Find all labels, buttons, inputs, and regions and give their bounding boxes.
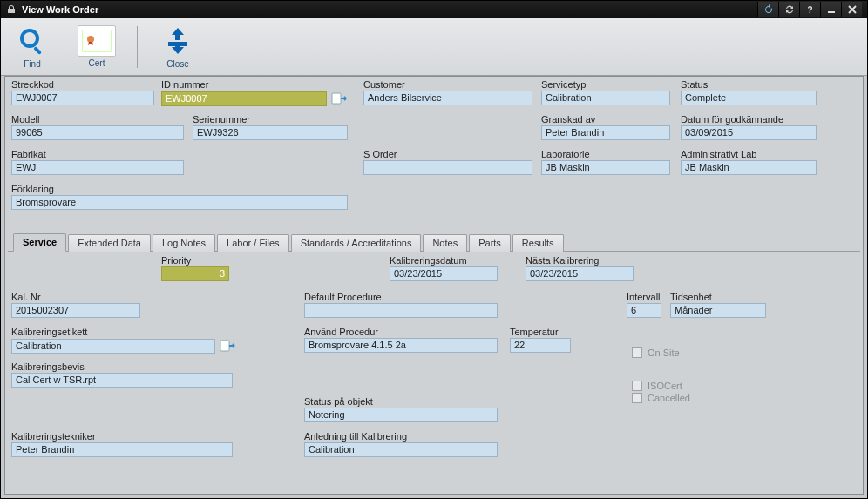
svg-point-3 bbox=[87, 36, 94, 43]
kal-bevis-label: Kalibreringsbevis bbox=[11, 361, 233, 372]
id-nummer-label: ID nummer bbox=[161, 79, 348, 90]
service-panel: Priority 3 Kalibreringsdatum 03/23/2015 … bbox=[8, 252, 860, 487]
body-area: Streckkod EWJ0007 ID nummer EWJ0007 Cust… bbox=[4, 76, 864, 495]
refresh-button[interactable] bbox=[757, 2, 778, 17]
anledning-label: Anledning till Kalibrering bbox=[304, 431, 498, 442]
status-obj-label: Status på objekt bbox=[304, 396, 498, 407]
close-label: Close bbox=[166, 59, 189, 69]
serienummer-input[interactable]: EWJ9326 bbox=[193, 125, 348, 140]
svg-point-1 bbox=[22, 30, 37, 46]
tab-results[interactable]: Results bbox=[512, 234, 564, 252]
window-title: View Work Order bbox=[22, 4, 98, 15]
kal-nr-input[interactable]: 2015002307 bbox=[11, 303, 140, 318]
checkbox-icon bbox=[632, 393, 642, 403]
cancelled-label: Cancelled bbox=[648, 393, 690, 403]
anv-procedur-input[interactable]: Bromsprovare 4.1.5 2a bbox=[304, 338, 498, 353]
id-nummer-input[interactable]: EWJ0007 bbox=[161, 91, 327, 106]
isocert-label: ISOCert bbox=[648, 381, 682, 391]
cert-icon bbox=[78, 25, 116, 57]
temperatur-label: Temperatur bbox=[510, 327, 571, 337]
nasta-kal-input[interactable]: 03/23/2015 bbox=[526, 266, 634, 281]
cancelled-checkbox[interactable]: Cancelled bbox=[632, 393, 690, 403]
s-order-input[interactable] bbox=[363, 160, 532, 175]
forklaring-input[interactable]: Bromsprovare bbox=[11, 195, 348, 210]
modell-label: Modell bbox=[11, 114, 184, 125]
help-button[interactable]: ? bbox=[799, 2, 820, 17]
toolbar: Find Cert Close bbox=[1, 18, 867, 76]
find-label: Find bbox=[24, 59, 40, 69]
tab-standards[interactable]: Standards / Accreditations bbox=[291, 234, 422, 252]
find-button[interactable]: Find bbox=[8, 24, 57, 69]
customer-input[interactable]: Anders Bilservice bbox=[363, 91, 532, 105]
intervall-label: Intervall bbox=[627, 292, 661, 302]
priority-input[interactable]: 3 bbox=[161, 266, 229, 281]
admin-lab-label: Administrativt Lab bbox=[681, 149, 817, 159]
status-input[interactable]: Complete bbox=[681, 91, 817, 105]
checkbox-icon bbox=[632, 347, 642, 358]
fabrikat-label: Fabrikat bbox=[11, 149, 184, 159]
serienummer-label: Serienummer bbox=[193, 114, 348, 125]
kal-datum-input[interactable]: 03/23/2015 bbox=[390, 266, 498, 281]
cert-button[interactable]: Cert bbox=[72, 25, 121, 68]
tab-service[interactable]: Service bbox=[13, 233, 66, 252]
anv-procedur-label: Använd Procedur bbox=[304, 327, 498, 337]
tidsenhet-input[interactable]: Månader bbox=[670, 303, 766, 318]
svg-rect-4 bbox=[168, 42, 187, 46]
tab-strip: Service Extended Data Log Notes Labor / … bbox=[8, 231, 860, 252]
kal-datum-label: Kalibreringsdatum bbox=[390, 255, 498, 266]
close-button[interactable]: Close bbox=[153, 24, 202, 69]
svg-rect-6 bbox=[220, 341, 229, 351]
close-window-button[interactable] bbox=[841, 2, 862, 17]
cert-label: Cert bbox=[89, 58, 105, 68]
priority-label: Priority bbox=[161, 255, 229, 266]
datum-godk-label: Datum för godkännande bbox=[681, 114, 817, 125]
kal-bevis-input[interactable]: Cal Cert w TSR.rpt bbox=[11, 373, 233, 388]
granskad-av-input[interactable]: Peter Brandin bbox=[541, 125, 670, 140]
admin-lab-input[interactable]: JB Maskin bbox=[681, 160, 817, 175]
checkbox-icon bbox=[632, 381, 642, 391]
s-order-label: S Order bbox=[363, 149, 532, 159]
sync-button[interactable] bbox=[778, 2, 799, 17]
customer-label: Customer bbox=[363, 79, 532, 90]
kal-etikett-open-icon[interactable] bbox=[219, 338, 236, 354]
isocert-checkbox[interactable]: ISOCert bbox=[632, 381, 690, 391]
forklaring-label: Förklaring bbox=[11, 184, 348, 194]
datum-godk-input[interactable]: 03/09/2015 bbox=[681, 125, 817, 140]
anledning-input[interactable]: Calibration bbox=[304, 442, 498, 457]
temperatur-input[interactable]: 22 bbox=[510, 338, 571, 353]
default-proc-input[interactable] bbox=[304, 303, 498, 318]
servicetyp-input[interactable]: Calibration bbox=[541, 91, 670, 105]
titlebar: View Work Order ? bbox=[1, 1, 867, 18]
status-obj-input[interactable]: Notering bbox=[304, 408, 498, 422]
tab-notes[interactable]: Notes bbox=[423, 234, 467, 252]
kal-tekniker-input[interactable]: Peter Brandin bbox=[11, 442, 233, 457]
header-fields: Streckkod EWJ0007 ID nummer EWJ0007 Cust… bbox=[8, 79, 860, 227]
kal-nr-label: Kal. Nr bbox=[11, 292, 140, 302]
servicetyp-label: Servicetyp bbox=[541, 79, 670, 90]
svg-rect-0 bbox=[828, 11, 835, 13]
modell-input[interactable]: 99065 bbox=[11, 125, 184, 140]
kal-etikett-label: Kalibreringsetikett bbox=[11, 327, 238, 337]
window-controls: ? bbox=[757, 2, 862, 17]
window: View Work Order ? Find Cert bbox=[0, 0, 868, 499]
tab-extended-data[interactable]: Extended Data bbox=[68, 234, 151, 252]
find-icon bbox=[16, 24, 49, 57]
intervall-input[interactable]: 6 bbox=[627, 303, 661, 318]
close-icon bbox=[161, 24, 194, 57]
tab-log-notes[interactable]: Log Notes bbox=[153, 234, 215, 252]
svg-rect-2 bbox=[33, 46, 42, 55]
tab-labor-files[interactable]: Labor / Files bbox=[217, 234, 289, 252]
status-label: Status bbox=[681, 79, 817, 90]
laboratorie-label: Laboratorie bbox=[541, 149, 670, 159]
on-site-checkbox[interactable]: On Site bbox=[632, 347, 690, 358]
id-nummer-open-icon[interactable] bbox=[330, 91, 348, 106]
tidsenhet-label: Tidsenhet bbox=[670, 292, 766, 302]
laboratorie-input[interactable]: JB Maskin bbox=[541, 160, 670, 175]
fabrikat-input[interactable]: EWJ bbox=[11, 160, 184, 175]
minimize-button[interactable] bbox=[820, 2, 841, 17]
streckkod-input[interactable]: EWJ0007 bbox=[11, 91, 154, 105]
tab-parts[interactable]: Parts bbox=[469, 234, 511, 252]
kal-tekniker-label: Kalibreringstekniker bbox=[11, 431, 233, 442]
kal-etikett-input[interactable]: Calibration bbox=[11, 339, 215, 354]
granskad-av-label: Granskad av bbox=[541, 114, 670, 125]
